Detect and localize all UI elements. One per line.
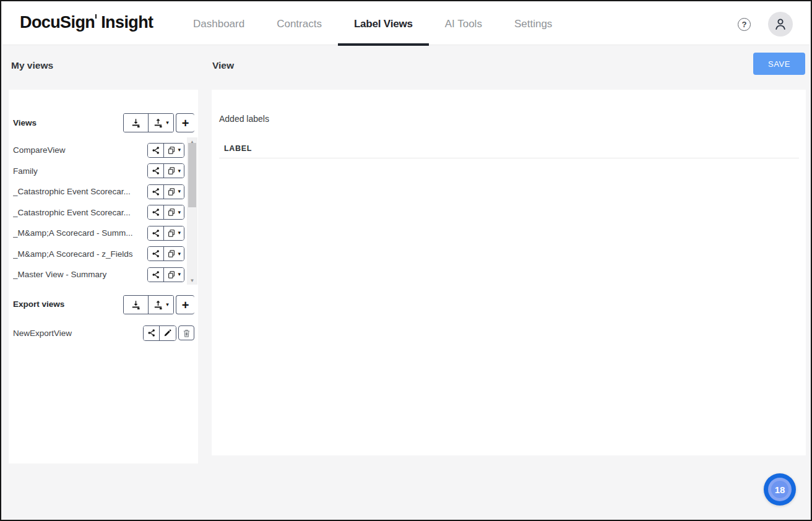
chevron-down-icon: ▾ [178,189,181,194]
view-row-catastrophic-2[interactable]: _Catastrophic Event Scorecar... ▾ [9,202,198,223]
copy-view-button[interactable]: ▾ [164,185,184,199]
tab-label-views[interactable]: Label Views [338,2,429,45]
share-icon [152,249,160,258]
view-row-ma-zfields[interactable]: _M&amp;A Scorecard - z_Fields ▾ [9,244,198,265]
chevron-down-icon: ▾ [178,168,181,174]
share-icon [152,146,160,155]
app-logo: DocuSignInsight [20,13,153,32]
export-download-button[interactable] [124,296,149,314]
notification-count-badge[interactable]: 18 [764,473,796,506]
view-row-actions: ▾ [147,184,184,199]
copy-icon [167,229,176,238]
export-upload-button[interactable]: ▾ [149,296,173,314]
delete-export-view-button[interactable] [178,325,194,340]
copy-view-button[interactable]: ▾ [164,268,184,282]
copy-view-button[interactable]: ▾ [164,144,184,157]
app-window: DocuSignInsight Dashboard Contracts Labe… [0,0,812,521]
upload-tray-icon [153,118,163,128]
copy-icon [167,208,176,217]
chevron-down-icon: ▾ [178,147,181,153]
view-row-family[interactable]: Family ▾ [9,161,198,182]
chevron-down-icon: ▾ [166,120,169,126]
view-row-catastrophic-1[interactable]: _Catastrophic Event Scorecar... ▾ [9,181,198,202]
share-icon [147,329,156,337]
user-avatar[interactable] [768,12,793,37]
tab-contracts[interactable]: Contracts [261,2,338,45]
save-button[interactable]: SAVE [753,53,805,75]
export-row-actions [143,325,194,341]
share-edit-group [143,325,176,341]
views-list: CompareView ▾ Family ▾ _Catastrophic Eve… [9,140,198,286]
view-name: Family [13,166,147,176]
view-name: _M&amp;A Scorecard - z_Fields [13,249,147,259]
share-icon [152,166,160,175]
share-view-button[interactable] [148,164,164,178]
sidebar-title: My views [11,60,53,71]
main-nav: Dashboard Contracts Label Views AI Tools… [177,2,568,45]
export-import-export-group: ▾ [123,295,174,314]
views-download-button[interactable] [124,114,149,132]
share-icon [152,229,160,238]
pencil-icon [163,329,172,337]
share-view-button[interactable] [148,185,164,199]
export-views-toolbar: ▾ + [123,295,194,314]
person-icon [773,17,788,32]
tab-settings[interactable]: Settings [498,2,568,45]
copy-icon [167,166,176,175]
scrollbar-thumb[interactable] [188,143,196,207]
view-row-ma-summary[interactable]: _M&amp;A Scorecard - Summ... ▾ [9,223,198,244]
view-detail-panel: Added labels LABEL [212,90,806,455]
view-name: _M&amp;A Scorecard - Summ... [13,228,147,238]
share-view-button[interactable] [148,226,164,240]
share-view-button[interactable] [148,268,164,282]
download-tray-icon [131,118,141,128]
chevron-down-icon: ▾ [178,230,181,236]
export-view-row-newexportview[interactable]: NewExportView [9,322,198,343]
share-icon [152,208,160,217]
copy-icon [167,146,176,155]
view-row-actions: ▾ [147,205,184,220]
share-icon [152,187,160,196]
copy-icon [167,270,176,279]
views-list-scrollbar[interactable]: ▲ ▼ [187,137,197,285]
copy-view-button[interactable]: ▾ [164,226,184,240]
copy-view-button[interactable]: ▾ [164,247,184,260]
tab-ai-tools[interactable]: AI Tools [429,2,498,45]
view-row-compareview[interactable]: CompareView ▾ [9,140,198,161]
export-views-section-title: Export views [13,299,64,309]
chevron-down-icon: ▾ [178,272,181,277]
copy-view-button[interactable]: ▾ [164,205,184,219]
export-add-button[interactable]: + [176,295,194,314]
share-view-button[interactable] [148,205,164,219]
view-name: _Catastrophic Event Scorecar... [13,208,147,217]
help-icon[interactable]: ? [738,18,751,31]
edit-export-view-button[interactable] [160,326,176,340]
upload-tray-icon [153,299,163,310]
share-view-button[interactable] [148,144,164,157]
share-icon [152,270,160,279]
view-row-master-summary[interactable]: _Master View - Summary ▾ [9,264,198,285]
views-upload-button[interactable]: ▾ [149,114,173,132]
chevron-down-icon: ▾ [166,302,169,308]
top-navigation-bar: DocuSignInsight Dashboard Contracts Labe… [2,2,810,45]
view-page-title: View [212,60,234,71]
copy-view-button[interactable]: ▾ [164,164,184,178]
chevron-down-icon: ▾ [178,210,181,215]
view-row-actions: ▾ [147,246,184,261]
view-row-actions: ▾ [147,143,184,158]
tab-dashboard[interactable]: Dashboard [177,2,261,45]
views-add-button[interactable]: + [176,113,194,132]
export-view-name: NewExportView [13,329,143,338]
copy-icon [167,249,176,258]
share-export-view-button[interactable] [144,326,160,340]
badge-ring: 18 [768,478,792,501]
logo-docusign: DocuSign [20,13,95,32]
scroll-down-icon[interactable]: ▼ [187,276,197,285]
badge-count: 18 [771,481,788,498]
logo-insight: Insight [101,13,153,32]
share-view-button[interactable] [148,247,164,260]
view-row-actions: ▾ [147,267,184,282]
logo-trademark-icon [95,14,97,19]
view-row-actions: ▾ [147,163,184,178]
trash-icon [182,329,191,338]
